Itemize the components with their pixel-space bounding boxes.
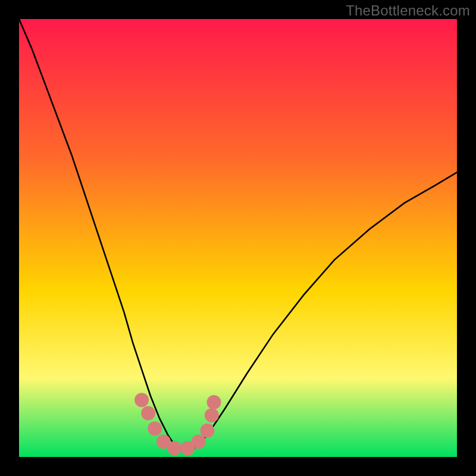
chart-frame: TheBottleneck.com: [0, 0, 476, 476]
marker-group: [134, 393, 221, 455]
watermark-text: TheBottleneck.com: [346, 2, 470, 19]
curve-marker: [167, 441, 181, 455]
curve-marker: [141, 406, 155, 420]
bottleneck-curve: [19, 19, 457, 453]
curve-marker: [201, 424, 215, 438]
curve-layer: [19, 19, 457, 457]
curve-marker: [148, 421, 162, 436]
curve-marker: [205, 408, 219, 422]
curve-marker: [207, 395, 221, 409]
plot-area: [19, 19, 457, 457]
curve-marker: [134, 393, 149, 407]
